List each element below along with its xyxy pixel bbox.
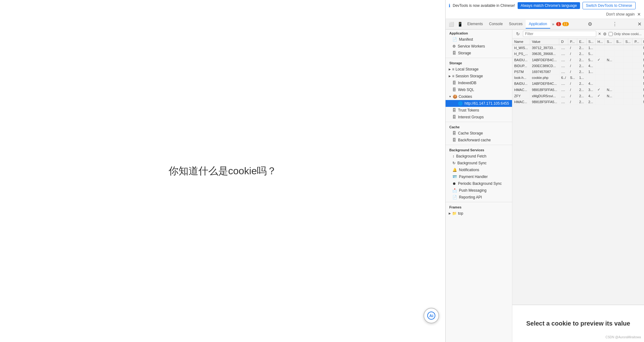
sidebar-item-cookie-url[interactable]: 🌐 http://61.147.171.105:6455: [446, 100, 512, 107]
sidebar-item-back-forward-cache[interactable]: 🗄 Back/forward cache: [446, 137, 512, 144]
sidebar-item-session-storage[interactable]: ▶ ≡ Session Storage: [446, 73, 512, 80]
sidebar-item-service-workers[interactable]: ⚙ Service Workers: [446, 43, 512, 50]
devtools-close-icon[interactable]: ✕: [636, 20, 643, 28]
cookies-icon: 🍪: [453, 94, 457, 99]
table-row[interactable]: HMAC...9B81BF5FFA5......./2...2...M...: [512, 99, 644, 105]
cell-3-0: BIDUP...: [512, 63, 530, 69]
reporting-api-label: Reporting API: [459, 195, 482, 199]
interest-groups-label: Interest Groups: [458, 115, 484, 119]
inspector-icon[interactable]: ⬜: [447, 20, 456, 29]
device-toolbar-icon[interactable]: 📱: [456, 20, 464, 29]
cell-8-9: [623, 93, 633, 99]
table-row[interactable]: BIDUP...200EC389CD......./2...4...M...: [512, 63, 644, 69]
table-row[interactable]: BAIDU...1ABFDEFB4C......./2...4...M...: [512, 81, 644, 87]
cache-storage-label: Cache Storage: [458, 131, 483, 135]
cell-6-9: [623, 81, 633, 87]
always-match-button[interactable]: Always match Chrome's language: [518, 2, 580, 9]
cell-5-0: look-h...: [512, 75, 530, 81]
tab-application[interactable]: Application: [526, 20, 550, 29]
expand-arrow-local-storage: ▶: [449, 68, 451, 71]
col-header-p3[interactable]: P...: [641, 39, 644, 45]
col-header-s[interactable]: S...: [586, 39, 596, 45]
col-header-p2[interactable]: P...: [633, 39, 641, 45]
col-header-s3[interactable]: S...: [614, 39, 624, 45]
filter-options-icon[interactable]: ⚙: [603, 32, 607, 36]
cell-3-1: 200EC389CD...: [530, 63, 559, 69]
col-header-e[interactable]: E...: [577, 39, 587, 45]
sidebar-item-reporting-api[interactable]: 📄 Reporting API: [446, 194, 512, 201]
notification-close-icon[interactable]: ✕: [637, 12, 641, 17]
more-tabs-icon[interactable]: »: [550, 21, 556, 28]
table-row[interactable]: H_WIS...39712_39733......./2...1...M...: [512, 45, 644, 51]
col-header-h[interactable]: H...: [596, 39, 605, 45]
table-row[interactable]: BAIDU...1ABFDEFB4C......./2...5...✓N...M…: [512, 57, 644, 63]
sidebar-item-cookies[interactable]: ▼ 🍪 Cookies: [446, 93, 512, 100]
bg-fetch-icon: ↕: [452, 154, 454, 158]
cell-5-5: [586, 75, 596, 81]
ai-assistant-button[interactable]: Ai: [424, 308, 439, 323]
cell-6-8: [614, 81, 624, 87]
settings-icon[interactable]: ⚙: [587, 20, 593, 28]
sidebar-item-storage[interactable]: 🗄 Storage: [446, 50, 512, 57]
col-header-d[interactable]: D: [559, 39, 568, 45]
web-sql-icon: 🗄: [452, 88, 456, 92]
only-show-cookies-label[interactable]: Only show cooki...: [609, 32, 642, 36]
col-header-name[interactable]: Name: [512, 39, 530, 45]
col-header-s2[interactable]: S...: [605, 39, 614, 45]
cell-3-5: 4...: [586, 63, 596, 69]
web-sql-label: Web SQL: [458, 88, 474, 92]
section-cache: Cache: [446, 123, 512, 130]
cell-1-7: [605, 51, 614, 57]
sidebar-item-local-storage[interactable]: ▶ ≡ Local Storage: [446, 66, 512, 73]
sidebar-item-indexeddb[interactable]: 🗄 IndexedDB: [446, 80, 512, 86]
tab-sources[interactable]: Sources: [506, 20, 526, 29]
cell-4-10: [633, 69, 641, 75]
sidebar-item-manifest[interactable]: 📄 Manifest: [446, 36, 512, 43]
cell-3-3: /: [568, 63, 577, 69]
sidebar-item-push-messaging[interactable]: 📩 Push Messaging: [446, 187, 512, 194]
trust-tokens-label: Trust Tokens: [458, 108, 479, 112]
sidebar-item-bg-fetch[interactable]: ↕ Background Fetch: [446, 153, 512, 160]
divider-4: [446, 202, 512, 202]
sidebar-item-periodic-bg-sync[interactable]: ⏺ Periodic Background Sync: [446, 180, 512, 187]
sidebar-item-top-frame[interactable]: ▶ 📁 top: [446, 210, 512, 217]
tab-elements[interactable]: Elements: [464, 20, 486, 29]
tab-console[interactable]: Console: [486, 20, 506, 29]
cell-4-7: [605, 69, 614, 75]
cell-8-6: ✓: [596, 93, 605, 99]
cell-4-8: [614, 69, 624, 75]
table-row[interactable]: H_PS_...39635_39668......./2...5...M...: [512, 51, 644, 57]
sidebar-item-web-sql[interactable]: 🗄 Web SQL: [446, 86, 512, 93]
cell-9-3: /: [568, 99, 577, 105]
sidebar-item-notifications[interactable]: 🔔 Notifications: [446, 166, 512, 173]
col-header-value[interactable]: Value: [530, 39, 559, 45]
cell-8-2: ....: [559, 93, 568, 99]
table-row[interactable]: PSTM1697457087..../2...1...M...: [512, 69, 644, 75]
sidebar-item-bg-sync[interactable]: ↻ Background Sync: [446, 160, 512, 166]
cell-9-4: 2...: [577, 99, 587, 105]
clear-filter-icon[interactable]: ✕: [598, 32, 601, 36]
cell-2-11: M...: [641, 57, 644, 63]
filter-input[interactable]: [523, 31, 596, 37]
cell-9-8: [614, 99, 624, 105]
svg-text:Ai: Ai: [429, 313, 433, 318]
only-show-checkbox[interactable]: [609, 32, 613, 36]
table-row[interactable]: HMAC...9B81BF5FFA5......./2...3...✓N...M…: [512, 87, 644, 93]
refresh-button[interactable]: ↻: [515, 31, 521, 37]
cell-0-8: [614, 45, 624, 51]
sidebar-item-payment-handler[interactable]: 🪪 Payment Handler: [446, 173, 512, 180]
col-header-s4[interactable]: S...: [623, 39, 633, 45]
col-header-p[interactable]: P...: [568, 39, 577, 45]
sidebar-item-cache-storage[interactable]: 🗄 Cache Storage: [446, 130, 512, 137]
table-row[interactable]: look-h...cookie.php6../S...1...M...: [512, 75, 644, 81]
cell-1-0: H_PS_...: [512, 51, 530, 57]
table-row[interactable]: ZFYxMgDUR5rsvi......./2...4...✓N...M...: [512, 93, 644, 99]
cell-2-8: [614, 57, 624, 63]
dont-show-button[interactable]: Don't show again: [606, 12, 635, 16]
sidebar-item-interest-groups[interactable]: 🗄 Interest Groups: [446, 114, 512, 121]
browser-content: 你知道什么是cookie吗？: [0, 0, 445, 342]
cookies-label: Cookies: [459, 94, 472, 99]
switch-devtools-button[interactable]: Switch DevTools to Chinese: [583, 2, 636, 9]
sidebar-item-trust-tokens[interactable]: 🗄 Trust Tokens: [446, 107, 512, 114]
more-options-icon[interactable]: ⋮: [611, 20, 619, 28]
